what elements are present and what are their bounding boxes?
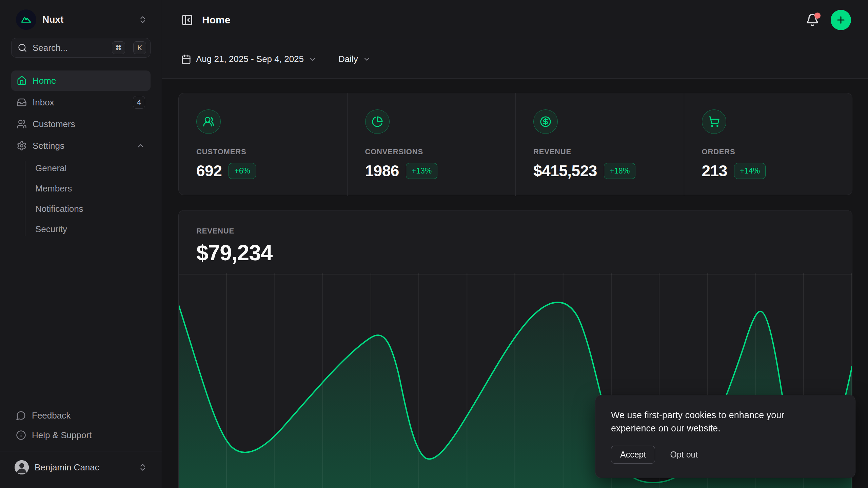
user-menu[interactable]: Benjamin Canac bbox=[11, 456, 151, 479]
collapse-sidebar-icon[interactable] bbox=[181, 14, 193, 26]
external-link-icon bbox=[77, 410, 84, 416]
feedback-link[interactable]: Feedback bbox=[11, 406, 151, 425]
chevron-down-icon bbox=[309, 55, 317, 63]
chevrons-up-down-icon bbox=[138, 463, 147, 472]
comment-icon bbox=[16, 410, 26, 421]
cookie-message: We use first-party cookies to enhance yo… bbox=[611, 409, 828, 435]
help-support-label: Help & Support bbox=[32, 430, 92, 441]
sidebar-item-label: Inbox bbox=[33, 97, 54, 108]
stat-label: ORDERS bbox=[702, 147, 835, 156]
help-support-link[interactable]: Help & Support bbox=[11, 425, 151, 445]
stat-delta-badge: +18% bbox=[604, 163, 635, 179]
pie-chart-icon bbox=[372, 116, 383, 127]
page-header: Home bbox=[162, 0, 868, 40]
sidebar-nav: Home Inbox 4 Customers Settings General … bbox=[11, 70, 151, 239]
sidebar-item-members[interactable]: Members bbox=[35, 178, 151, 199]
kbd-cmd: ⌘ bbox=[112, 41, 125, 54]
page-title: Home bbox=[202, 14, 230, 26]
external-link-icon bbox=[98, 429, 105, 436]
search-icon bbox=[18, 43, 27, 53]
accept-button[interactable]: Accept bbox=[611, 446, 655, 464]
nuxt-logo-icon bbox=[16, 9, 36, 30]
search-placeholder: Search... bbox=[33, 43, 106, 53]
workspace-name: Nuxt bbox=[42, 14, 63, 25]
stat-label: REVENUE bbox=[533, 147, 666, 156]
header-actions bbox=[806, 10, 851, 30]
sidebar-divider bbox=[0, 451, 162, 451]
info-icon bbox=[16, 430, 26, 440]
stat-value: 692 bbox=[196, 162, 222, 180]
sidebar-item-general[interactable]: General bbox=[35, 158, 151, 178]
sidebar-item-label: Settings bbox=[33, 141, 64, 151]
filter-toolbar: Aug 21, 2025 - Sep 4, 2025 Daily bbox=[162, 40, 868, 79]
stat-card-orders[interactable]: ORDERS 213 +14% bbox=[684, 93, 852, 196]
stat-card-customers[interactable]: CUSTOMERS 692 +6% bbox=[179, 93, 347, 196]
stat-delta-badge: +6% bbox=[229, 163, 256, 179]
stat-icon-circle bbox=[365, 109, 390, 134]
cookie-banner: We use first-party cookies to enhance yo… bbox=[595, 395, 855, 478]
inbox-icon bbox=[17, 97, 27, 107]
stat-icon-circle bbox=[196, 109, 221, 134]
settings-subnav: General Members Notifications Security bbox=[11, 158, 151, 239]
sidebar: Nuxt Search... ⌘ K Home Inbox 4 Customer… bbox=[0, 0, 162, 488]
home-icon bbox=[17, 76, 27, 86]
plus-icon bbox=[835, 15, 846, 25]
notifications-button[interactable] bbox=[806, 13, 819, 27]
stat-delta-badge: +13% bbox=[406, 163, 437, 179]
date-range-picker[interactable]: Aug 21, 2025 - Sep 4, 2025 bbox=[181, 54, 317, 64]
stat-label: CUSTOMERS bbox=[196, 147, 330, 156]
users-round-icon bbox=[203, 116, 214, 127]
granularity-select[interactable]: Daily bbox=[338, 54, 371, 64]
circle-dollar-icon bbox=[540, 116, 551, 127]
stat-value: 213 bbox=[702, 162, 727, 180]
sidebar-item-settings[interactable]: Settings bbox=[11, 136, 151, 156]
avatar bbox=[15, 460, 29, 474]
users-icon bbox=[17, 119, 27, 129]
sidebar-item-inbox[interactable]: Inbox 4 bbox=[11, 92, 151, 113]
sidebar-footer: Feedback Help & Support Benjamin Canac bbox=[11, 406, 151, 479]
stats-row: CUSTOMERS 692 +6% CONVERSIONS 1986 +13% bbox=[178, 93, 852, 195]
chevron-up-icon bbox=[136, 141, 145, 150]
sidebar-item-security[interactable]: Security bbox=[35, 219, 151, 239]
stat-delta-badge: +14% bbox=[734, 163, 766, 179]
stat-value: 1986 bbox=[365, 162, 399, 180]
kbd-k: K bbox=[133, 41, 146, 54]
sidebar-item-home[interactable]: Home bbox=[11, 70, 151, 91]
sidebar-item-label: Home bbox=[33, 76, 56, 86]
stat-icon-circle bbox=[533, 109, 558, 134]
user-name: Benjamin Canac bbox=[35, 462, 99, 473]
shopping-cart-icon bbox=[708, 116, 720, 127]
sidebar-item-notifications[interactable]: Notifications bbox=[35, 199, 151, 219]
granularity-label: Daily bbox=[338, 54, 358, 64]
date-range-label: Aug 21, 2025 - Sep 4, 2025 bbox=[196, 54, 304, 64]
sidebar-item-label: Customers bbox=[33, 119, 75, 129]
stat-value: $415,523 bbox=[533, 162, 597, 180]
stat-icon-circle bbox=[702, 109, 726, 134]
search-input[interactable]: Search... ⌘ K bbox=[11, 38, 151, 58]
opt-out-button[interactable]: Opt out bbox=[670, 450, 698, 460]
calendar-icon bbox=[181, 54, 191, 64]
notification-dot bbox=[814, 13, 821, 19]
chevron-down-icon bbox=[363, 55, 371, 63]
workspace-switcher[interactable]: Nuxt bbox=[11, 7, 151, 33]
sidebar-item-customers[interactable]: Customers bbox=[11, 114, 151, 134]
revenue-chart-value: $79,234 bbox=[196, 240, 834, 265]
stat-card-revenue[interactable]: REVENUE $415,523 +18% bbox=[515, 93, 684, 196]
feedback-label: Feedback bbox=[32, 410, 71, 421]
chevrons-up-down-icon bbox=[138, 15, 147, 24]
stat-label: CONVERSIONS bbox=[365, 147, 498, 156]
revenue-chart-label: REVENUE bbox=[196, 227, 834, 236]
inbox-count-badge: 4 bbox=[133, 96, 145, 109]
gear-icon bbox=[17, 141, 27, 151]
stat-card-conversions[interactable]: CONVERSIONS 1986 +13% bbox=[347, 93, 516, 196]
add-button[interactable] bbox=[831, 10, 851, 30]
